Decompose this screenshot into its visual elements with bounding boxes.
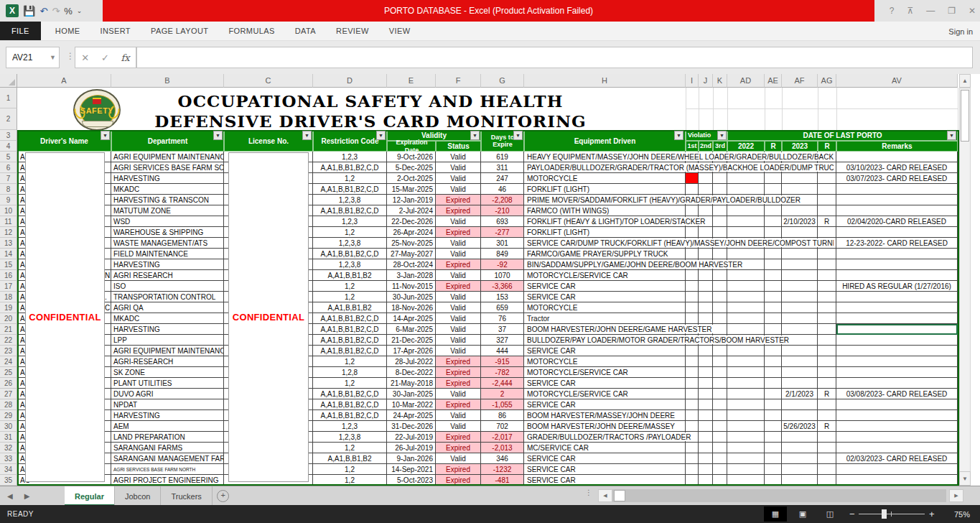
cell-remarks[interactable] [836,292,958,302]
cell-porto-2023-r[interactable] [818,356,836,367]
cell-porto-2023-r[interactable] [818,313,836,324]
cell-violation-1st[interactable] [686,475,699,486]
row-header-20[interactable]: 20 [0,313,17,324]
cell-porto-2022[interactable] [727,432,765,443]
ribbon-display-options-icon[interactable]: ⊼ [907,6,913,16]
row-header-4[interactable]: 4 [0,141,17,152]
cell-remarks[interactable] [836,346,958,356]
cell-department[interactable]: HARVESTING [111,410,224,421]
cell-expiration-date[interactable]: 27-May-2027 [387,249,436,259]
cell-porto-2022[interactable] [727,356,765,367]
cell-department[interactable]: HARVESTING [111,173,224,184]
cell-status[interactable]: Expired [436,432,481,443]
filter-dropdown-icon[interactable]: ▼ [674,131,683,140]
cell-days-to-expire[interactable]: 702 [481,421,524,432]
ribbon-tab-review[interactable]: REVIEW [326,22,379,40]
cell-porto-2023-r[interactable] [818,464,836,475]
row-header-33[interactable]: 33 [0,453,17,464]
cell-remarks[interactable] [836,313,958,324]
percent-style-icon[interactable]: % [64,6,73,17]
row-header-28[interactable]: 28 [0,399,17,410]
cell-restriction-code[interactable]: A,A1,B,B1,B2,C,D [313,399,387,410]
cell-department[interactable]: WASTE MANAGEMENT/ATS [111,238,224,249]
cell-department[interactable]: MKADC [111,184,224,195]
horizontal-scrollbar-thumb[interactable] [614,490,625,501]
cell-porto-2022-r[interactable] [765,432,782,443]
cell-expiration-date[interactable]: 10-Mar-2022 [387,399,436,410]
cell-porto-2023-r[interactable] [818,475,836,486]
cell-remarks[interactable]: 02/03/2023- CARD RELEASED [836,453,958,464]
filter-dropdown-icon[interactable]: ▼ [302,131,312,140]
cell-violation-2nd[interactable] [699,378,713,389]
cell-violation-3rd[interactable] [713,216,727,227]
cell-violation-3rd[interactable] [713,421,727,432]
sheet-nav-left-icon[interactable]: ◀ [7,492,13,500]
cell-days-to-expire[interactable]: 659 [481,302,524,313]
row-header-31[interactable]: 31 [0,432,17,443]
filter-dropdown-icon[interactable]: ▼ [470,131,480,140]
cell-porto-2022-r[interactable] [765,475,782,486]
cell-porto-2022[interactable] [727,389,765,399]
cell-restriction-code[interactable]: 1,2 [313,173,387,184]
row-header-30[interactable]: 30 [0,421,17,432]
cell-department[interactable]: AGRI-RESEARCH [111,356,224,367]
cell-restriction-code[interactable]: A,A1,B,B1,B2,C,D [313,205,387,216]
cell-porto-2023[interactable] [782,356,818,367]
cell-violation-1st[interactable] [686,367,699,378]
cell-expiration-date[interactable]: 22-Jul-2019 [387,432,436,443]
cell-violation-2nd[interactable] [699,184,713,195]
row-header-27[interactable]: 27 [0,389,17,399]
column-header-G[interactable]: G [481,74,524,88]
row-header-19[interactable]: 19 [0,302,17,313]
cell-porto-2022[interactable] [727,443,765,453]
cell-remarks[interactable] [836,475,958,486]
cell-days-to-expire[interactable]: -1232 [481,464,524,475]
cell-days-to-expire[interactable]: -3,366 [481,281,524,292]
sheet-tab-jobcon[interactable]: Jobcon [115,486,161,506]
cell-department[interactable]: AGRI SERVICES BASE FARM NORTH [111,464,224,475]
cell-days-to-expire[interactable]: 37 [481,324,524,335]
cell-remarks[interactable] [836,399,958,410]
cell-remarks[interactable]: 03/10/2023- CARD RELEASED [836,162,958,173]
sheet-tab-truckers[interactable]: Truckers [161,486,212,506]
sign-in-link[interactable]: Sign in [948,22,973,41]
cell-expiration-date[interactable]: 18-Nov-2026 [387,302,436,313]
cell-department[interactable]: FIELD MAINTENANCE [111,249,224,259]
cell-restriction-code[interactable]: A,A1,B,B1,B2 [313,270,387,281]
cell-porto-2022-r[interactable] [765,216,782,227]
cell-remarks[interactable]: 03/07/2023- CARD RELEASED [836,173,958,184]
cell-porto-2022[interactable] [727,184,765,195]
cell-restriction-code[interactable]: A,A1,B,B1,B2,C,D [313,346,387,356]
cell-porto-2022-r[interactable] [765,302,782,313]
cell-expiration-date[interactable]: 30-Jun-2025 [387,292,436,302]
add-sheet-icon[interactable]: + [213,486,234,506]
cell-porto-2023[interactable] [782,464,818,475]
cell-porto-2022[interactable] [727,292,765,302]
cell-restriction-code[interactable]: 1,2 [313,281,387,292]
cell-porto-2022[interactable] [727,421,765,432]
cell-remarks[interactable] [836,249,958,259]
cell-porto-2023-r[interactable] [818,292,836,302]
cell-remarks[interactable]: 12-23-2022- CARD RELEASED [836,238,958,249]
cell-porto-2023[interactable] [782,173,818,184]
cell-porto-2022[interactable] [727,205,765,216]
cell-porto-2023-r[interactable] [818,270,836,281]
cell-porto-2022-r[interactable] [765,389,782,399]
cell-days-to-expire[interactable]: -481 [481,475,524,486]
cell-department[interactable]: AGRI SERVICES BASE FARM SOUTH [111,162,224,173]
column-header-E[interactable]: E [387,74,436,88]
cell-violation-2nd[interactable] [699,410,713,421]
cell-status[interactable]: Valid [436,292,481,302]
cell-status[interactable]: Valid [436,270,481,281]
cell-porto-2023-r[interactable] [818,453,836,464]
cell-remarks[interactable] [836,367,958,378]
cell-days-to-expire[interactable]: -1,055 [481,399,524,410]
cell-expiration-date[interactable]: 28-Oct-2024 [387,259,436,270]
cell-remarks[interactable] [836,184,958,195]
cell-expiration-date[interactable]: 12-Jan-2019 [387,195,436,205]
scroll-up-icon[interactable]: ▲ [959,74,971,88]
cell-department[interactable]: HARVESTING [111,324,224,335]
cell-porto-2022[interactable] [727,410,765,421]
cell-violation-3rd[interactable] [713,346,727,356]
cell-restriction-code[interactable]: 1,2,8 [313,367,387,378]
